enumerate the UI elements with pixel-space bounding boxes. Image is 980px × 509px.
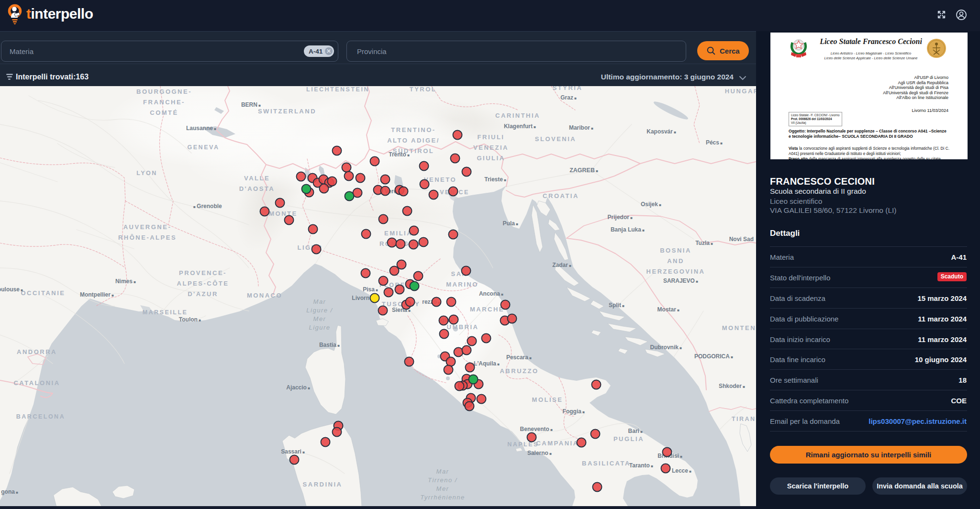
svg-text:Mer: Mer — [436, 485, 449, 492]
svg-text:VALLE: VALLE — [244, 175, 270, 182]
svg-text:SLOVENIA: SLOVENIA — [535, 135, 576, 143]
svg-text:AUVERGNE-: AUVERGNE- — [123, 223, 172, 231]
svg-text:Ajaccio ■: Ajaccio ■ — [286, 384, 310, 391]
svg-text:SARDINIA: SARDINIA — [303, 481, 343, 488]
svg-text:TRENTINO-: TRENTINO- — [391, 126, 435, 133]
svg-text:Ancona ■: Ancona ■ — [479, 290, 503, 297]
svg-text:MONACO: MONACO — [247, 292, 282, 299]
svg-text:PODGORICA ■: PODGORICA ■ — [694, 353, 733, 360]
svg-text:Novi Sad: Novi Sad — [729, 236, 754, 243]
svg-text:COMTÉ: COMTÉ — [150, 109, 178, 116]
svg-text:GENEVA: GENEVA — [188, 144, 220, 151]
svg-text:Pescara ■: Pescara ■ — [506, 354, 532, 361]
svg-text:HUNGARY: HUNGARY — [725, 88, 756, 95]
svg-text:MONTENE: MONTENE — [722, 324, 756, 332]
svg-text:Mar: Mar — [313, 298, 326, 305]
svg-text:SWITZERLAND: SWITZERLAND — [258, 108, 316, 115]
svg-text:BOURGOGNE-: BOURGOGNE- — [136, 88, 192, 95]
svg-text:BOSNIA: BOSNIA — [660, 247, 691, 254]
svg-text:VENEZIA: VENEZIA — [473, 144, 509, 151]
svg-text:ALTO ADIGE/: ALTO ADIGE/ — [387, 137, 440, 144]
svg-text:Shkoder ■: Shkoder ■ — [719, 383, 745, 389]
svg-text:RHÔNE-ALPES: RHÔNE-ALPES — [118, 234, 177, 241]
svg-text:Mer: Mer — [313, 315, 326, 322]
svg-text:LYON: LYON — [136, 170, 157, 177]
svg-text:Benevento ■: Benevento ■ — [520, 426, 553, 432]
svg-text:HERZEGOVINA: HERZEGOVINA — [646, 268, 705, 275]
svg-text:GIULIA: GIULIA — [477, 155, 505, 162]
svg-text:CATALONIA: CATALONIA — [13, 379, 60, 387]
svg-text:ALPES-CÔTE: ALPES-CÔTE — [177, 280, 229, 287]
svg-text:■ Grenoble: ■ Grenoble — [193, 203, 222, 210]
svg-text:TIRANA: TIRANA — [732, 416, 756, 422]
svg-text:D'AOSTA: D'AOSTA — [239, 185, 275, 192]
svg-text:Mar: Mar — [436, 468, 449, 475]
svg-text:Tyrrhénienne: Tyrrhénienne — [420, 494, 465, 501]
svg-text:L'Aquila ■: L'Aquila ■ — [474, 360, 500, 367]
svg-text:MARINO: MARINO — [446, 281, 479, 288]
svg-text:OCCITANIE: OCCITANIE — [21, 289, 65, 297]
svg-text:UMBRIA: UMBRIA — [447, 323, 479, 331]
svg-text:Lausanne ■: Lausanne ■ — [186, 125, 216, 132]
svg-text:Maribor ■: Maribor ■ — [569, 124, 593, 131]
svg-text:Banja Luka ■: Banja Luka ■ — [611, 226, 645, 233]
svg-text:Dubrovnik ■: Dubrovnik ■ — [650, 344, 682, 351]
svg-text:oulouse ■: oulouse ■ — [0, 286, 23, 293]
svg-text:SARAJEVO ■: SARAJEVO ■ — [663, 277, 698, 284]
svg-text:Ligure: Ligure — [309, 324, 330, 331]
svg-text:Tirreno /: Tirreno / — [428, 476, 457, 484]
svg-text:AND: AND — [667, 257, 684, 265]
svg-text:Sassari ■: Sassari ■ — [281, 448, 305, 455]
svg-text:TYROL: TYROL — [410, 86, 437, 93]
svg-text:MONTE: MONTE — [269, 210, 297, 217]
svg-text:MARSEILLE: MARSEILLE — [143, 309, 188, 316]
svg-text:Montpellier ■: Montpellier ■ — [80, 291, 114, 298]
svg-text:D'AZUR: D'AZUR — [188, 290, 218, 298]
svg-text:ANDORRA: ANDORRA — [17, 348, 57, 355]
svg-text:Prijedor ■: Prijedor ■ — [608, 214, 633, 221]
svg-text:ZAGREB ■: ZAGREB ■ — [569, 167, 598, 174]
svg-text:Ligure /: Ligure / — [306, 307, 333, 314]
svg-text:ABRUZZO: ABRUZZO — [500, 367, 538, 375]
svg-text:Klagenfurt ■: Klagenfurt ■ — [504, 123, 536, 130]
svg-text:MOLISE: MOLISE — [532, 396, 563, 403]
svg-text:NAPLES: NAPLES — [507, 441, 539, 448]
svg-text:PROVENCE-: PROVENCE- — [179, 269, 227, 277]
svg-text:PUGLIA: PUGLIA — [613, 435, 644, 443]
svg-text:Salerno ■: Salerno ■ — [527, 450, 552, 456]
svg-text:Livorn: Livorn — [352, 295, 369, 301]
svg-text:FRANCHE-: FRANCHE- — [143, 99, 185, 106]
svg-text:Taranto ■: Taranto ■ — [629, 462, 653, 469]
svg-text:LIECHTENSTEIN: LIECHTENSTEIN — [306, 86, 369, 93]
svg-text:CROATIA: CROATIA — [543, 192, 579, 199]
svg-text:CAMPANIA: CAMPANIA — [536, 440, 579, 447]
svg-text:STYRIA: STYRIA — [553, 86, 583, 91]
svg-text:BASILICATA: BASILICATA — [582, 460, 631, 467]
svg-text:MARCHE: MARCHE — [470, 306, 504, 313]
svg-text:CARINTHIA: CARINTHIA — [495, 112, 540, 119]
svg-text:Kaposvár ■: Kaposvár ■ — [646, 128, 676, 135]
svg-text:FRIULI: FRIULI — [478, 133, 505, 141]
svg-text:BARCELONA: BARCELONA — [16, 413, 65, 420]
